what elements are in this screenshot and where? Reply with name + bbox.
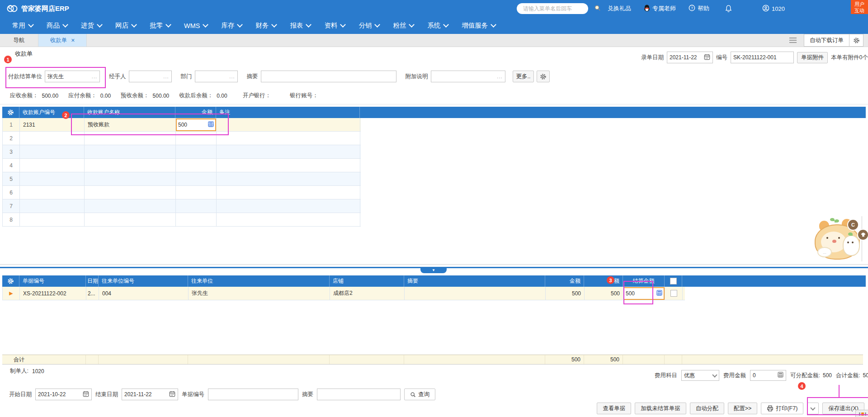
doc-no-input[interactable]: SK-20211122-001 [731, 52, 794, 63]
handler-input[interactable]: ... [129, 71, 172, 82]
menu-item-wangdian[interactable]: 网店 [108, 17, 143, 34]
filter-bill-no-input[interactable] [208, 389, 298, 400]
corner-widget-fragment[interactable] [855, 410, 868, 417]
row-checkbox[interactable] [670, 290, 677, 297]
cloud-logo-icon [6, 4, 18, 14]
lookup-ellipsis[interactable]: ... [92, 74, 97, 79]
cell-balance: 500 [585, 287, 623, 300]
lookup-ellipsis[interactable]: ... [163, 74, 169, 79]
menu-item-jinhuo[interactable]: 进货 [74, 17, 108, 34]
menu-item-caiwu[interactable]: 财务 [249, 17, 283, 34]
account-row-empty[interactable]: 3 [3, 145, 361, 159]
menu-item-xitong[interactable]: 系统 [420, 17, 455, 34]
fee-amount-input[interactable]: 0 [750, 370, 786, 381]
help-link[interactable]: ? 帮助 [689, 5, 709, 13]
doc-no-label: 编号 [716, 54, 727, 62]
menu-item-fensi[interactable]: 粉丝 [386, 17, 420, 34]
settle-amount-edit-cell[interactable]: 500 [623, 287, 665, 300]
view-bill-button[interactable]: 查看单据 [597, 403, 631, 414]
calendar-icon[interactable] [169, 391, 175, 398]
print-button[interactable]: 打印(F7) [761, 403, 803, 414]
account-row-1[interactable]: 1 2131 预收账款 500 [3, 118, 361, 132]
mascot-speech-blob: ... [817, 247, 832, 257]
app-logo[interactable]: 管家婆网店ERP [6, 4, 69, 14]
form-gear-icon[interactable] [537, 71, 550, 82]
tab-navigation[interactable]: 导航 [0, 34, 38, 47]
erp-screen: 管家婆网店ERP 兑换礼品 专属老师 ? 帮助 [0, 0, 868, 417]
auto-allocate-button[interactable]: 自动分配 [690, 403, 724, 414]
grid-gear-icon[interactable] [2, 107, 19, 118]
search-icon[interactable] [594, 5, 601, 13]
record-date-input[interactable]: 2021-11-22 [667, 52, 713, 63]
list-icon[interactable] [789, 38, 797, 43]
calculator-icon[interactable] [208, 121, 214, 128]
bill-row-1[interactable]: ▶ XS-20211122-002 2... 004 张先生 成都店2 500 … [2, 287, 685, 300]
menu-item-changyong[interactable]: 常用 [5, 17, 40, 34]
lookup-ellipsis[interactable]: ... [497, 74, 502, 79]
account-row-empty[interactable]: 4 [3, 159, 361, 172]
end-date-input[interactable]: 2021-11-22 [122, 389, 178, 400]
account-row-empty[interactable]: 8 [3, 213, 361, 227]
account-row-empty[interactable]: 2 [3, 132, 361, 145]
gift-link[interactable]: 兑换礼品 [608, 5, 631, 13]
tab-receipt-active[interactable]: 收款单 × [38, 34, 87, 47]
calculator-icon[interactable] [656, 290, 662, 297]
filter-summary-input[interactable] [317, 389, 401, 400]
amount-edit-cell[interactable]: 500 [176, 118, 216, 131]
menu-item-kucun[interactable]: 库存 [214, 17, 249, 34]
allocatable-amount: 可分配金额:500 [790, 372, 832, 379]
annotation-step-1-badge: 1 [4, 56, 12, 63]
load-unsettled-button[interactable]: 加载未结算单据 [635, 403, 686, 414]
svg-text:?: ? [691, 6, 693, 10]
menu-search-input[interactable] [522, 5, 594, 12]
fee-subject-select[interactable]: 优惠 [681, 370, 719, 381]
select-all-checkbox[interactable] [670, 278, 677, 284]
teacher-link[interactable]: 专属老师 [644, 5, 676, 13]
menu-item-piling[interactable]: 批零 [143, 17, 177, 34]
calculator-icon[interactable] [778, 372, 783, 379]
calendar-icon[interactable] [704, 54, 710, 62]
totals-label: 合计 [2, 355, 86, 364]
attachment-button[interactable]: 单据附件 [797, 52, 828, 63]
attachment-hint: 本单有附件0个 [831, 54, 868, 62]
cell-shop: 成都店2 [330, 287, 405, 300]
splitter-collapse-handle[interactable]: ▼ [420, 267, 447, 273]
lookup-ellipsis[interactable]: ... [229, 74, 235, 79]
start-date-input[interactable]: 2021-10-22 [35, 389, 92, 400]
dept-input[interactable]: ... [195, 71, 238, 82]
config-button[interactable]: 配置>> [728, 403, 758, 414]
menu-item-fenxiao[interactable]: 分销 [352, 17, 386, 34]
current-user[interactable]: 1020 [762, 5, 785, 13]
splitter-arrow-icon: ▼ [432, 268, 435, 272]
note-input[interactable]: ... [431, 71, 505, 82]
cell-partner-no: 004 [99, 287, 189, 300]
menu-item-wms[interactable]: WMS [177, 17, 214, 34]
print-dropdown-button[interactable] [807, 403, 819, 414]
summary-input[interactable] [261, 71, 396, 82]
tabbar-right-tools: 自动下载订单 [789, 34, 868, 47]
menu-item-zengzhifuwu[interactable]: 增值服务 [455, 17, 502, 34]
grid-gear-icon[interactable] [2, 275, 19, 287]
payer-input[interactable]: 张先生... [45, 71, 100, 82]
account-row-empty[interactable]: 6 [3, 186, 361, 199]
menu-item-baobiao[interactable]: 报表 [283, 17, 317, 34]
mascot-badge-c[interactable]: C [847, 219, 859, 231]
fee-row: 费用科目 优惠 费用金额 0 可分配金额:500 合计金额:500 [655, 370, 868, 381]
close-icon[interactable]: × [71, 37, 75, 44]
account-row-empty[interactable]: 7 [3, 199, 361, 213]
balance-item: 银行账号： [290, 92, 322, 100]
menu-search-box[interactable] [517, 3, 588, 14]
account-row-empty[interactable]: 5 [3, 172, 361, 186]
more-button[interactable]: 更多.. [513, 71, 534, 82]
notification-bell-icon[interactable] [725, 5, 732, 13]
query-button[interactable]: 查询 [404, 389, 435, 400]
summary-label: 摘要 [247, 73, 258, 81]
menu-item-ziliao[interactable]: 资料 [317, 17, 352, 34]
user-interact-badge[interactable]: 用户 互动 [851, 0, 868, 14]
gear-icon[interactable] [849, 34, 863, 47]
calendar-icon[interactable] [83, 391, 89, 398]
auto-download-orders-button[interactable]: 自动下载订单 [804, 34, 849, 47]
menu-item-shangpin[interactable]: 商品 [40, 17, 74, 34]
mascot-badge-shirt-icon[interactable] [857, 229, 868, 241]
filter-row: 开始日期 2021-10-22 结束日期 2021-11-22 单据编号 摘要 … [9, 388, 435, 401]
